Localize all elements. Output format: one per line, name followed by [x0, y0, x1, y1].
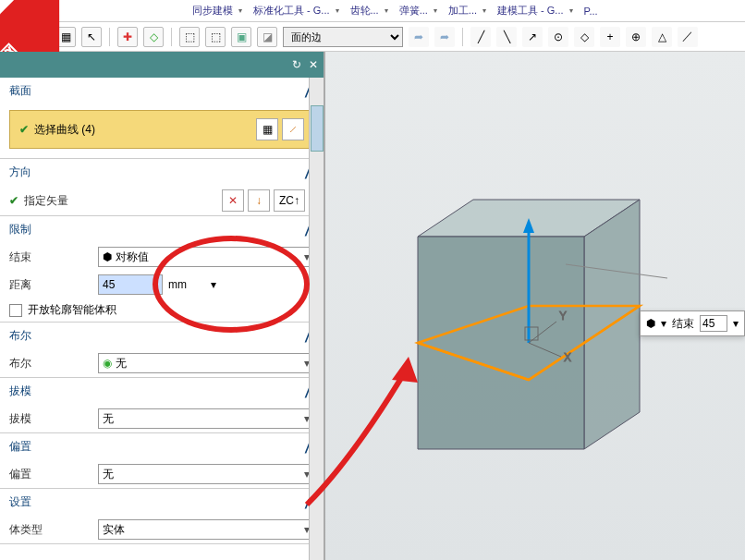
dropdown-icon[interactable]: ▾ [661, 317, 666, 330]
ribbon-bar: 同步建模▾ 标准化工具 - G...▾ 齿轮...▾ 弹簧...▾ 加工...▾… [0, 0, 745, 22]
sketch-section-icon[interactable]: ▦ [256, 118, 278, 140]
section-bool: 布尔⋀ 布尔 ◉ 无 ▾ [0, 323, 324, 378]
snap-end-icon[interactable]: ╱ [470, 27, 491, 47]
float-value-input[interactable] [700, 315, 727, 332]
3d-viewport[interactable]: X Y ⬢ ▾ 结束 ▾ [325, 52, 745, 560]
tool-body-icon[interactable]: ▣ [231, 27, 251, 47]
tool-add-icon[interactable]: ✚ [117, 27, 138, 47]
check-icon: ✔ [19, 123, 29, 136]
open-profile-label: 开放轮廓智能体积 [28, 302, 116, 318]
body-type-select[interactable]: 实体 ▾ [98, 519, 314, 540]
panel-header: ↻ ✕ [0, 52, 324, 78]
none-icon: ◉ [103, 357, 112, 370]
reverse-vector-icon[interactable]: ↓ [248, 189, 270, 212]
svg-text:X: X [564, 351, 571, 364]
ribbon-machining[interactable]: 加工... [441, 2, 484, 19]
snap-quad-icon[interactable]: ◇ [574, 27, 594, 47]
tool-cursor-icon[interactable]: ↖ [81, 27, 102, 47]
offset-header[interactable]: 偏置⋀ [0, 433, 324, 460]
section-draft: 拔模⋀ 拔模 无 ▾ [0, 378, 324, 433]
distance-label: 距离 [9, 277, 92, 293]
float-end-label: 结束 [672, 316, 694, 332]
scrollbar-thumb[interactable] [311, 105, 324, 152]
section-offset: 偏置⋀ 偏置 无 ▾ [0, 433, 324, 489]
settings-header[interactable]: 设置⋀ [0, 489, 324, 516]
extrude-dialog-panel: ↻ ✕ 截面⋀ ✔ 选择曲线 (4) ▦ ⟋ [0, 52, 325, 560]
section-limit: 限制⋀ 结束 ⬢ 对称值 ▾ 距离 mm ▾ 开放轮廓智能体积 [0, 216, 324, 323]
open-profile-checkbox[interactable] [9, 304, 22, 317]
select-curve-label: 选择曲线 (4) [34, 122, 95, 138]
svg-marker-14 [392, 357, 418, 383]
snap-center-icon[interactable]: ⊕ [626, 27, 646, 47]
draft-label: 拔模 [9, 411, 92, 427]
dropdown-icon[interactable]: ▾ [733, 317, 739, 330]
section-section: 截面⋀ ✔ 选择曲线 (4) ▦ ⟋ [0, 78, 324, 159]
snap-tri-icon[interactable]: △ [652, 27, 672, 47]
tool-menu-icon[interactable]: ▦ [55, 27, 76, 47]
bool-label: 布尔 [9, 356, 92, 371]
annotation-arrow [279, 338, 464, 514]
tool-solid-icon[interactable]: ◪ [257, 27, 277, 47]
ribbon-spring[interactable]: 弹簧... [392, 2, 435, 19]
floating-dimension-box[interactable]: ⬢ ▾ 结束 ▾ [640, 310, 745, 336]
zc-axis-button[interactable]: ZC↑ [274, 189, 305, 212]
snap-circle-icon[interactable]: ⊙ [548, 27, 568, 47]
ribbon-p[interactable]: P... [577, 4, 605, 18]
ribbon-gear[interactable]: 齿轮... [343, 2, 386, 19]
tool-lasso-icon[interactable]: ⬚ [205, 27, 226, 47]
panel-close-icon[interactable]: ✕ [309, 58, 318, 71]
check-icon: ✔ [9, 194, 18, 207]
vector-label: 指定矢量 [24, 193, 107, 209]
section-settings: 设置⋀ 体类型 实体 ▾ [0, 489, 324, 544]
tool-filter-icon[interactable]: ◇ [143, 27, 164, 47]
section-direction: 方向⋀ ✔ 指定矢量 ✕ ↓ ZC↑ ▾ [0, 159, 324, 216]
direction-header[interactable]: 方向⋀ [0, 159, 324, 186]
distance-input[interactable] [98, 274, 163, 295]
end-label: 结束 [9, 250, 92, 265]
panel-reset-icon[interactable]: ↻ [292, 58, 301, 71]
limit-header[interactable]: 限制⋀ [0, 216, 324, 243]
offset-label: 偏置 [9, 467, 92, 482]
bool-header[interactable]: 布尔⋀ [0, 323, 324, 349]
distance-unit: mm [168, 278, 205, 291]
cube-icon: ⬢ [646, 317, 655, 330]
vector-dialog-icon[interactable]: ✕ [222, 189, 244, 212]
draft-header[interactable]: 拔模⋀ [0, 378, 324, 405]
tool-select-rect-icon[interactable]: ⬚ [179, 27, 200, 47]
ribbon-modeling-tools[interactable]: 建模工具 - G... [490, 2, 571, 19]
section-section-header[interactable]: 截面⋀ [0, 78, 324, 104]
snap-mid-icon[interactable]: ╲ [496, 27, 517, 47]
tool-arrow1-icon[interactable]: ➦ [409, 27, 429, 47]
curve-rule-icon[interactable]: ⟋ [282, 118, 304, 140]
tool-arrow2-icon[interactable]: ➦ [434, 27, 455, 47]
dropdown-icon[interactable]: ▾ [211, 278, 216, 291]
snap-cross-icon[interactable]: + [600, 27, 620, 47]
selection-toolbar: ▦ ↖ ✚ ◇ ⬚ ⬚ ▣ ◪ 面的边 ➦ ➦ ╱ ╲ ↗ ⊙ ◇ + ⊕ △ … [0, 22, 745, 52]
snap-line-icon[interactable]: ／ [678, 27, 698, 47]
snap-pt-icon[interactable]: ↗ [522, 27, 543, 47]
svg-text:Y: Y [559, 310, 567, 323]
body-type-label: 体类型 [9, 522, 92, 538]
ribbon-std-tools[interactable]: 标准化工具 - G... [246, 2, 337, 19]
selection-filter-select[interactable]: 面的边 [283, 27, 403, 47]
select-curve-row[interactable]: ✔ 选择曲线 (4) ▦ ⟋ [9, 110, 314, 149]
end-type-select[interactable]: ⬢ 对称值 ▾ [98, 247, 314, 267]
symmetric-icon: ⬢ [103, 250, 112, 263]
ribbon-sync-modeling[interactable]: 同步建模 [185, 2, 240, 19]
